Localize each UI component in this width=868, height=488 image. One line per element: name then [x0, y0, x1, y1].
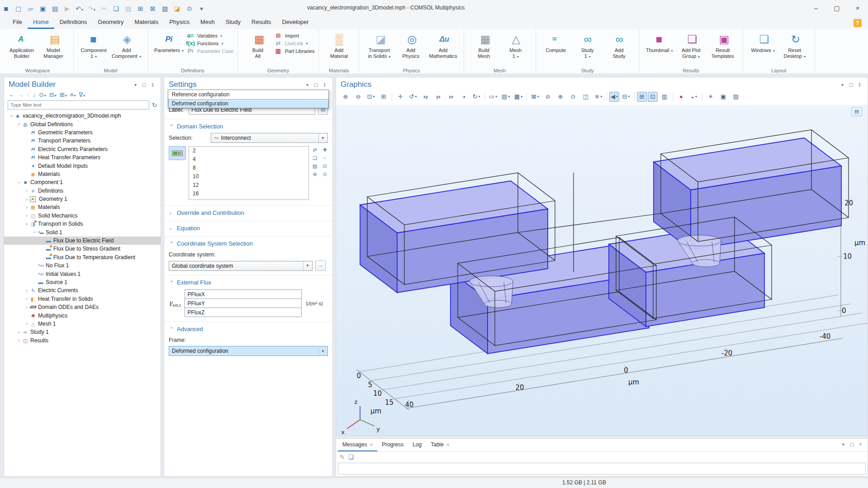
model-manager-button[interactable]: ▤Model Manager — [38, 30, 69, 60]
tree-filter-input[interactable] — [8, 100, 149, 109]
pin-panel-icon[interactable]: ↧ — [856, 82, 863, 87]
pin-panel-icon[interactable]: ↧ — [321, 82, 328, 87]
part-libraries-button[interactable]: ▥Part Libraries — [274, 48, 314, 54]
tree-item[interactable]: ▬Flux Due to Stress Gradient — [4, 245, 161, 253]
minimize-button[interactable]: – — [806, 0, 826, 17]
tree-item[interactable]: ›■Component 1 — [4, 178, 161, 186]
select-mode-icon[interactable]: ⊠▾ — [529, 92, 541, 102]
float-panel-icon[interactable]: ▢ — [848, 82, 854, 87]
import-button[interactable]: ⊞Import — [274, 33, 314, 38]
panel-menu-icon[interactable]: ▾ — [840, 442, 847, 447]
menu-definitions[interactable]: Definitions — [54, 17, 93, 29]
tree-item[interactable]: PiGeometric Parameters — [4, 128, 161, 137]
frame-option[interactable]: Deformed configuration — [168, 99, 328, 108]
move-up-icon[interactable]: ↑ — [27, 91, 30, 98]
tree-item[interactable]: ›◍Global Definitions — [4, 120, 161, 128]
find-icon[interactable]: ⊙ — [183, 2, 195, 15]
component-button[interactable]: ■Component 1 ▾ — [78, 30, 109, 61]
compute-button[interactable]: =Compute — [540, 30, 572, 54]
show-icon[interactable]: ⊙▾ — [39, 91, 46, 98]
thumbnail-button[interactable]: ■Thumbnail ▾ — [644, 30, 675, 55]
split-view-icon[interactable]: ⊟▾ — [620, 92, 632, 102]
zoom-out-icon[interactable]: ⊖ — [352, 92, 364, 102]
frame-combo[interactable]: Deformed configuration ▼ — [169, 346, 328, 356]
panel-menu-icon[interactable]: ▾ — [839, 82, 846, 87]
tree-item[interactable]: PiElectric Currents Parameters — [4, 145, 161, 153]
domain-list-item[interactable]: 8 — [189, 164, 308, 172]
expander-closed-icon[interactable]: › — [24, 213, 29, 218]
tree-item[interactable]: ›ᴰ▬Solid 1 — [4, 228, 161, 236]
tree-item[interactable]: ›AGeometry 1 — [4, 195, 161, 203]
graphics-scene[interactable]: 051015µm40200-20-40µm20100µmzxy — [336, 105, 868, 436]
tree-item[interactable]: PiTransport Parameters — [4, 137, 161, 145]
plot-overlay-icon[interactable]: ▤ — [851, 107, 862, 116]
scene-light-icon[interactable]: ☀ — [705, 92, 716, 102]
new-file-icon[interactable]: ▢ — [12, 2, 24, 15]
cut-icon[interactable]: ✂ — [98, 2, 110, 15]
mesh-node-button[interactable]: △Mesh 1 ▾ — [500, 30, 531, 61]
active-toggle-button[interactable] — [169, 146, 186, 160]
highlight-icon[interactable]: ◪ — [171, 2, 183, 15]
add-physics-button[interactable]: ◎Add Physics — [395, 30, 427, 60]
rotate-90-icon[interactable]: ◑ — [458, 92, 470, 102]
run-icon[interactable]: ▶ — [61, 2, 73, 15]
chevron-down-icon[interactable]: › — [169, 280, 175, 285]
go-to-default-view-icon[interactable]: ↺▾ — [407, 92, 419, 102]
application-builder-button[interactable]: AApplication Builder — [6, 30, 38, 60]
transparency-icon[interactable]: ◫ — [580, 92, 592, 102]
save-icon[interactable]: ▣ — [37, 2, 49, 15]
expander-open-icon[interactable]: › — [24, 221, 29, 227]
disable-icon[interactable]: ▧ — [159, 2, 171, 15]
show-selected-icon[interactable]: ⊙ — [567, 92, 579, 102]
add-mathematics-button[interactable]: ΔuAdd Mathematics — [427, 30, 459, 60]
clip-planes-icon[interactable]: ≋▾ — [593, 92, 604, 102]
flux-z-input[interactable] — [185, 308, 302, 317]
variables-button[interactable]: a=Variables▾ — [186, 33, 233, 38]
menu-mesh[interactable]: Mesh — [195, 17, 220, 29]
window-settings-icon[interactable]: ▭▾ — [487, 92, 499, 102]
livelink-button[interactable]: ⇄LiveLink▾ — [274, 41, 314, 46]
expander-open-icon[interactable]: › — [32, 230, 37, 235]
filter-icon[interactable]: ∇▾ — [79, 91, 85, 98]
tree-item[interactable]: ›ϟElectric Currents — [4, 286, 161, 294]
camera-icon[interactable]: ↻▾ — [470, 92, 482, 102]
undo-icon[interactable]: ↶▾ — [73, 2, 85, 15]
tree-item[interactable]: ▬Flux Due to Electric Field — [4, 237, 161, 245]
maximize-button[interactable]: ▢ — [826, 0, 847, 17]
pan-icon[interactable]: ✛ — [394, 92, 406, 102]
refresh-icon[interactable]: ↻ — [152, 102, 157, 109]
tab-progress[interactable]: Progress — [377, 439, 408, 451]
tab-close-icon[interactable]: × — [370, 442, 373, 447]
go-to-source-button[interactable]: → — [315, 261, 326, 271]
menu-study[interactable]: Study — [220, 17, 246, 29]
add-to-selection-icon[interactable]: ✚ — [321, 146, 329, 153]
tree-item[interactable]: ›◈vacancy_electromigration_3Dmodel.mph — [4, 112, 161, 120]
coordinate-system-combo[interactable]: Global coordinate system ▼ — [169, 261, 313, 271]
tree-item[interactable]: ›◫Solid Mechanics — [4, 212, 161, 220]
menu-results[interactable]: Results — [246, 17, 276, 29]
expander-closed-icon[interactable]: › — [24, 205, 29, 210]
tree-item[interactable]: ✦Default Model Inputs — [4, 161, 161, 170]
tree-item[interactable]: ▬Flux Due to Temperature Gradient — [4, 253, 161, 261]
pin-panel-icon[interactable]: ↧ — [149, 82, 156, 87]
chevron-down-icon[interactable]: › — [169, 242, 175, 246]
zoom-extents-icon[interactable]: ⊞ — [378, 92, 389, 102]
result-templates-button[interactable]: ▣Result Templates — [707, 30, 739, 60]
expander-closed-icon[interactable]: › — [24, 188, 29, 193]
build-mesh-button[interactable]: ▦Build Mesh — [468, 30, 500, 60]
view-yz-icon[interactable]: yz — [432, 92, 444, 102]
move-down-icon[interactable]: ↓ — [33, 91, 36, 98]
domain-list-item[interactable]: 16 — [189, 190, 308, 198]
back-icon[interactable]: ← — [9, 91, 14, 98]
clear-log-icon[interactable]: ✎ — [340, 454, 345, 460]
tree-item[interactable]: ›∞Study 1 — [4, 328, 161, 336]
snapshot-camera-icon[interactable]: ▣ — [717, 92, 729, 102]
zoom-in-icon[interactable]: ⊕ — [340, 92, 351, 102]
add-study-button[interactable]: ∞Add Study — [603, 30, 635, 60]
show-grid-icon[interactable]: ⊞ — [637, 92, 647, 102]
expander-closed-icon[interactable]: › — [16, 338, 22, 343]
selection-combo[interactable]: ∾ Interconnect ▼ — [211, 133, 328, 143]
build-all-button[interactable]: ▦Build All — [242, 30, 274, 60]
expander-open-icon[interactable]: › — [9, 113, 14, 118]
chevron-down-icon[interactable]: › — [169, 327, 175, 332]
